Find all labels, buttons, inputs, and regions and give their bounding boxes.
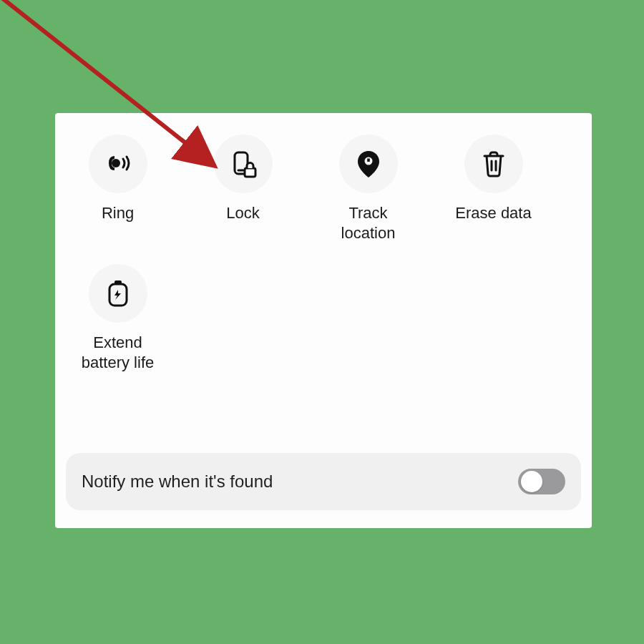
action-label: Erase data	[455, 203, 531, 223]
action-lock[interactable]: Lock	[180, 135, 306, 243]
action-track-location[interactable]: Track location	[306, 135, 431, 243]
trash-icon	[464, 135, 523, 193]
action-label: Extend battery life	[82, 333, 155, 372]
location-pin-icon	[339, 135, 398, 193]
ring-icon	[89, 135, 147, 193]
device-actions-card: Ring Lock Track location	[55, 113, 592, 528]
action-erase-data[interactable]: Erase data	[431, 135, 556, 243]
notify-when-found-row[interactable]: Notify me when it's found	[66, 453, 581, 510]
action-label: Ring	[102, 203, 134, 223]
svg-rect-3	[245, 168, 255, 177]
notify-when-found-label: Notify me when it's found	[82, 472, 273, 492]
battery-recycle-icon	[89, 264, 147, 323]
action-extend-battery[interactable]: Extend battery life	[55, 264, 180, 372]
action-grid: Ring Lock Track location	[55, 135, 592, 394]
action-label: Lock	[226, 203, 259, 223]
notify-when-found-toggle[interactable]	[518, 469, 565, 494]
svg-point-0	[112, 159, 120, 167]
action-label: Track location	[341, 203, 396, 243]
svg-rect-5	[367, 159, 370, 162]
toggle-knob	[521, 471, 542, 492]
phone-lock-icon	[214, 135, 273, 193]
svg-rect-9	[114, 280, 122, 284]
action-ring[interactable]: Ring	[55, 135, 180, 243]
